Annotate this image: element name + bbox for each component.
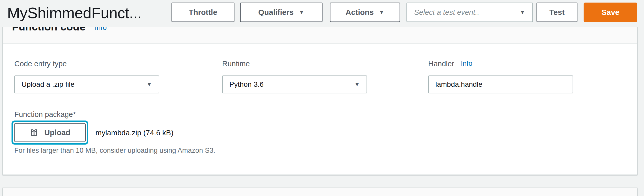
function-package-label: Function package*	[14, 110, 76, 119]
handler-label: Handler	[428, 60, 454, 68]
uploaded-file-info: mylambda.zip (74.6 kB)	[95, 129, 174, 137]
handler-input[interactable]	[428, 75, 573, 93]
runtime-field: Runtime Python 3.6 ▼	[222, 60, 367, 93]
function-code-panel: Function code Info Code entry type Uploa…	[3, 16, 637, 175]
chevron-down-icon: ▼	[354, 82, 360, 87]
next-panel-sliver	[3, 188, 637, 196]
chevron-down-icon: ▼	[379, 9, 384, 15]
chevron-down-icon: ▼	[520, 9, 525, 15]
runtime-label: Runtime	[222, 60, 367, 75]
upload-icon	[29, 128, 39, 137]
code-entry-type-select[interactable]: Upload a .zip file ▼	[14, 75, 159, 93]
test-button[interactable]: Test	[536, 3, 577, 22]
chevron-down-icon: ▼	[146, 82, 152, 87]
save-button-label: Save	[602, 8, 619, 17]
upload-button[interactable]: Upload	[14, 123, 86, 142]
throttle-button[interactable]: Throttle	[171, 3, 234, 22]
upload-button-label: Upload	[44, 128, 70, 137]
code-entry-type-field: Code entry type Upload a .zip file ▼	[14, 60, 159, 93]
throttle-button-label: Throttle	[189, 8, 217, 17]
handler-info-link[interactable]: Info	[461, 60, 473, 68]
code-entry-type-value: Upload a .zip file	[22, 80, 74, 89]
function-header-bar: MyShimmedFunct... Throttle Qualifiers ▼ …	[0, 0, 644, 27]
actions-button[interactable]: Actions ▼	[330, 3, 400, 22]
handler-label-row: Handler Info	[428, 60, 573, 75]
code-entry-type-label: Code entry type	[14, 60, 159, 75]
runtime-value: Python 3.6	[229, 80, 264, 89]
runtime-select[interactable]: Python 3.6 ▼	[222, 75, 367, 93]
handler-field: Handler Info	[428, 60, 573, 93]
test-button-label: Test	[549, 8, 564, 17]
qualifiers-button-label: Qualifiers	[258, 8, 294, 17]
actions-button-label: Actions	[346, 8, 374, 17]
lambda-console-screen: Function code Info Code entry type Uploa…	[0, 0, 644, 196]
save-button[interactable]: Save	[584, 3, 637, 22]
function-name-title: MyShimmedFunct...	[7, 0, 142, 27]
qualifiers-button[interactable]: Qualifiers ▼	[240, 3, 323, 22]
test-event-select[interactable]: Select a test event.. ▼	[406, 3, 533, 22]
chevron-down-icon: ▼	[299, 9, 304, 15]
upload-size-note: For files larger than 10 MB, consider up…	[14, 147, 215, 155]
test-event-placeholder: Select a test event..	[414, 8, 479, 17]
function-code-panel-body: Code entry type Upload a .zip file ▼ Run…	[3, 44, 637, 174]
upload-button-focus-ring: Upload	[12, 121, 88, 145]
